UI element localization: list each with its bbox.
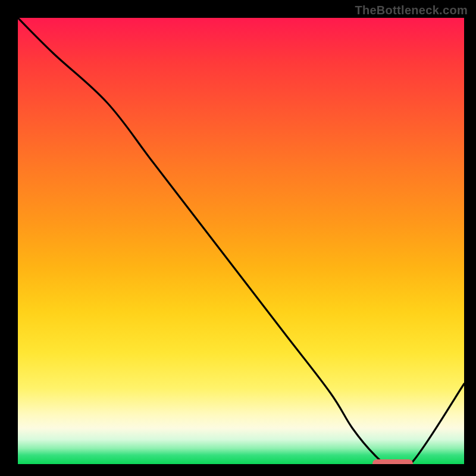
plot-area [18, 18, 464, 464]
optimal-range-marker [372, 459, 413, 464]
curve-path [18, 18, 464, 464]
watermark-text: TheBottleneck.com [355, 4, 468, 17]
chart-frame: TheBottleneck.com [0, 0, 476, 476]
bottleneck-curve [18, 18, 464, 464]
